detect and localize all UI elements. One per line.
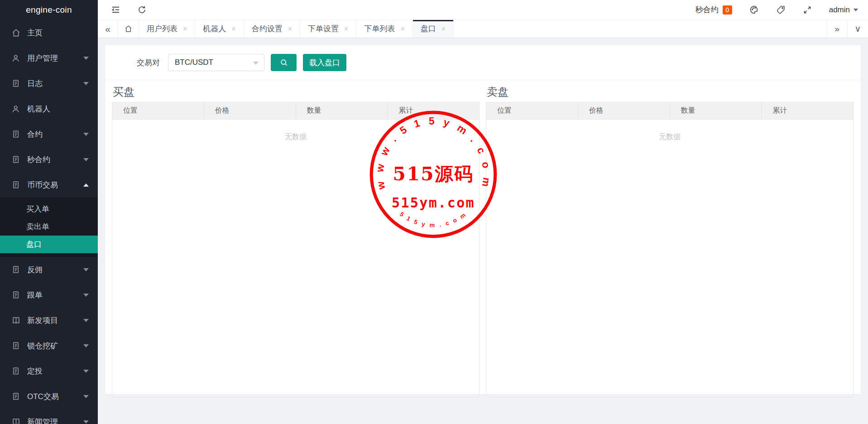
refresh-icon[interactable] (137, 5, 147, 14)
tab-label: 用户列表 (147, 24, 177, 34)
pair-label: 交易对 (137, 58, 160, 68)
tab-robot[interactable]: 机器人 × (195, 20, 244, 38)
close-icon[interactable]: × (288, 25, 292, 33)
sidebar-item-label: 机器人 (27, 104, 50, 114)
sidebar-item-lock-mining[interactable]: 锁仓挖矿 (0, 333, 98, 358)
tab-label: 机器人 (203, 24, 226, 34)
tab-label: 下单列表 (364, 24, 395, 34)
th-position: 位置 (486, 102, 578, 119)
buy-table: 位置 价格 数量 累计 无数据 (112, 102, 480, 397)
empty-state: 无数据 (112, 120, 479, 142)
topbar: 秒合约 0 admin (98, 0, 868, 20)
sidebar-item-contract[interactable]: 合约 (0, 121, 98, 147)
chevron-down-icon (83, 344, 89, 347)
pair-select-value: BTC/USDT (175, 58, 213, 67)
content: 交易对 BTC/USDT 载入盘口 买盘 位置 价格 (98, 45, 868, 424)
home-icon (124, 24, 133, 33)
sidebar-item-auto-invest[interactable]: 定投 (0, 358, 98, 384)
close-icon[interactable]: × (441, 25, 446, 33)
sidebar-submenu-coin-trade: 买入单 卖出单 盘口 (0, 198, 98, 257)
sidebar-item-label: 跟单 (27, 290, 43, 300)
sidebar-item-label: 新发项目 (27, 315, 58, 326)
th-price: 价格 (578, 102, 670, 119)
sec-contract-shortcut[interactable]: 秒合约 0 (695, 5, 732, 15)
load-orderbook-button[interactable]: 载入盘口 (303, 54, 346, 71)
document-icon (12, 79, 22, 88)
th-price: 价格 (204, 102, 296, 119)
tag-icon[interactable] (776, 5, 786, 14)
tabs-menu-button[interactable]: ∨ (847, 20, 868, 38)
chevron-down-icon (83, 158, 89, 161)
chevron-down-icon (83, 294, 89, 297)
chevron-down-icon (83, 268, 89, 271)
document-icon (12, 341, 22, 350)
theme-palette-icon[interactable] (749, 5, 759, 14)
sidebar-item-logs[interactable]: 日志 (0, 71, 98, 96)
sidebar-item-label: 主页 (27, 28, 43, 38)
close-icon[interactable]: × (183, 25, 187, 33)
orderbook-card: 交易对 BTC/USDT 载入盘口 买盘 位置 价格 (105, 45, 861, 394)
sidebar-item-label: 用户管理 (27, 53, 58, 63)
chevron-down-icon (83, 420, 89, 424)
sidebar-item-rebate[interactable]: 反佣 (0, 257, 98, 282)
sidebar-item-label: 反佣 (27, 265, 43, 275)
buy-panel: 买盘 位置 价格 数量 累计 无数据 (112, 80, 480, 397)
th-total: 累计 (387, 102, 479, 119)
close-icon[interactable]: × (400, 25, 404, 33)
sidebar-subitem-buy-orders[interactable]: 买入单 (0, 200, 98, 218)
sell-table: 位置 价格 数量 累计 无数据 (486, 102, 854, 397)
sidebar-item-coin-trade[interactable]: 币币交易 (0, 172, 98, 198)
sidebar-item-label: OTC交易 (27, 391, 59, 402)
tabs-scroll-left-button[interactable]: « (98, 20, 118, 38)
sidebar-item-user-management[interactable]: 用户管理 (0, 45, 98, 71)
th-amount: 数量 (670, 102, 762, 119)
menu-fold-icon[interactable] (110, 5, 121, 15)
chevron-down-icon (83, 395, 89, 398)
select-arrow-icon (253, 62, 259, 65)
chevron-down-icon (83, 82, 89, 85)
orderbook-panels: 买盘 位置 价格 数量 累计 无数据 卖盘 (105, 80, 861, 397)
fullscreen-icon[interactable] (803, 5, 812, 14)
search-button[interactable] (271, 54, 297, 71)
tab-contract-settings[interactable]: 合约设置 × (244, 20, 300, 38)
document-icon (12, 130, 22, 139)
chevron-up-icon (83, 183, 89, 187)
buy-panel-title: 买盘 (112, 80, 480, 102)
sidebar-item-robot[interactable]: 机器人 (0, 96, 98, 121)
tabs-scroll-right-button[interactable]: » (826, 20, 847, 38)
tab-orderbook[interactable]: 盘口 × (413, 20, 454, 38)
sidebar-item-sec-contract[interactable]: 秒合约 (0, 147, 98, 172)
chevron-down-icon (83, 370, 89, 373)
sidebar-item-follow-order[interactable]: 跟单 (0, 282, 98, 308)
sidebar-subitem-orderbook[interactable]: 盘口 (0, 236, 98, 253)
sidebar-item-otc-trade[interactable]: OTC交易 (0, 384, 98, 409)
chevron-double-right-icon: » (834, 24, 839, 34)
chevron-down-icon (83, 57, 89, 60)
tabbar: « 用户列表 × 机器人 × 合约设置 × 下单设置 × 下单列表 × 盘口 × (98, 20, 868, 38)
close-icon[interactable]: × (344, 25, 348, 33)
sidebar-item-news-management[interactable]: 新闻管理 (0, 409, 98, 424)
chevron-down-icon: ∨ (855, 24, 861, 34)
user-menu[interactable]: admin (829, 5, 858, 14)
main-area: 秒合约 0 admin « 用户列表 (98, 0, 868, 424)
pair-select[interactable]: BTC/USDT (168, 54, 264, 71)
th-amount: 数量 (296, 102, 388, 119)
users-icon (12, 53, 22, 63)
sell-panel-title: 卖盘 (486, 80, 854, 102)
document-icon (12, 392, 22, 401)
sidebar-item-home[interactable]: 主页 (0, 20, 98, 45)
table-header: 位置 价格 数量 累计 (486, 102, 853, 120)
sell-panel: 卖盘 位置 价格 数量 累计 无数据 (486, 80, 854, 397)
tab-order-list[interactable]: 下单列表 × (356, 20, 412, 38)
sidebar-item-label: 秒合约 (27, 154, 50, 165)
caret-down-icon (854, 9, 858, 11)
tab-home[interactable] (118, 20, 139, 38)
sidebar-item-label: 合约 (27, 129, 43, 140)
sidebar-subitem-sell-orders[interactable]: 卖出单 (0, 218, 98, 236)
toolbar: 交易对 BTC/USDT 载入盘口 (105, 45, 861, 80)
sidebar-item-new-projects[interactable]: 新发项目 (0, 308, 98, 333)
tab-user-list[interactable]: 用户列表 × (139, 20, 195, 38)
tab-order-settings[interactable]: 下单设置 × (300, 20, 356, 38)
document-icon (12, 155, 22, 164)
close-icon[interactable]: × (231, 25, 235, 33)
